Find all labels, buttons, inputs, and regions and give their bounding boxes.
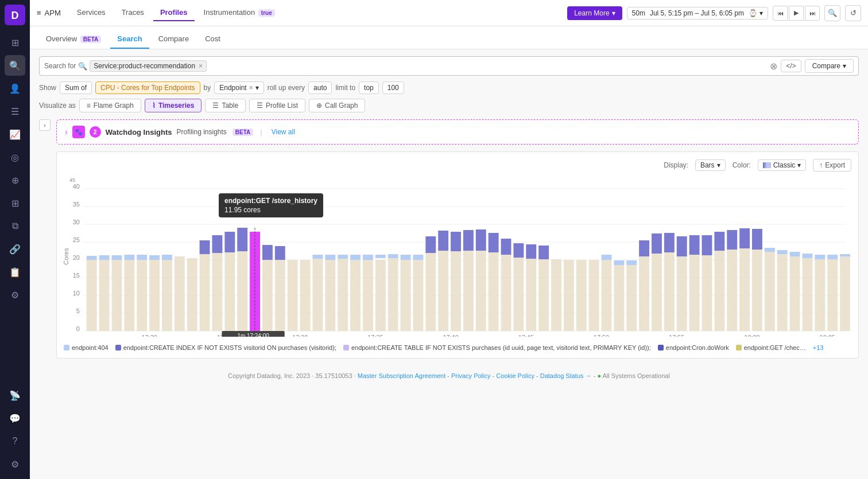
svg-rect-49: [413, 260, 423, 331]
svg-text:18:05: 18:05: [820, 334, 835, 337]
brand-apm[interactable]: ≡ APM: [37, 9, 61, 17]
svg-rect-87: [237, 228, 247, 251]
sidebar-icon-target[interactable]: ⊕: [5, 170, 25, 190]
search-tag[interactable]: Service:product-recommendation ×: [90, 60, 207, 72]
svg-rect-59: [538, 259, 549, 331]
app-logo[interactable]: D: [5, 5, 25, 25]
flame-graph-button[interactable]: ≡ Flame Graph: [79, 99, 141, 112]
svg-text:18:00: 18:00: [744, 334, 760, 337]
svg-rect-33: [212, 253, 222, 331]
watchdog-title: Watchdog Insights: [106, 128, 172, 137]
svg-rect-41: [312, 259, 323, 331]
sidebar-icon-radio[interactable]: 📡: [5, 385, 25, 406]
color-value-selector[interactable]: Classic ▾: [758, 159, 807, 171]
limit-count-filter[interactable]: 100: [382, 81, 404, 94]
svg-rect-43: [338, 259, 348, 331]
watchdog-insights-section[interactable]: › 🐾 2 Watchdog Insights Profiling insigh…: [56, 119, 859, 145]
sidebar-icon-sliders[interactable]: ⧉: [5, 216, 25, 236]
timeseries-chart[interactable]: 0 5 10 15 20 25 30 35 40 45 Cores: [64, 176, 851, 337]
code-view-button[interactable]: </>: [781, 60, 801, 72]
nav-instrumentation[interactable]: Instrumentation true: [197, 5, 282, 21]
svg-rect-131: [777, 250, 788, 254]
refresh-button[interactable]: ↺: [845, 5, 861, 21]
export-button[interactable]: ↑ Export: [813, 159, 851, 172]
sidebar-icon-chat[interactable]: 💬: [5, 408, 25, 429]
table-button[interactable]: ☰ Table: [205, 99, 246, 112]
nav-services[interactable]: Services: [70, 5, 113, 21]
subtab-cost[interactable]: Cost: [198, 30, 227, 49]
legend-item-more[interactable]: +13: [813, 344, 824, 351]
sidebar-icon-chart[interactable]: 📈: [5, 124, 25, 145]
limit-label: limit to: [335, 84, 355, 92]
svg-text:17:20: 17:20: [141, 334, 157, 337]
watchdog-view-all-link[interactable]: View all: [272, 128, 295, 136]
svg-rect-102: [664, 233, 675, 252]
compare-button[interactable]: Compare ▾: [805, 59, 854, 73]
metric-filter[interactable]: CPU - Cores for Top Endpoints: [95, 81, 200, 94]
svg-text:5: 5: [76, 307, 80, 314]
group-by-close-icon[interactable]: ×: [249, 84, 253, 92]
search-tag-close-icon[interactable]: ×: [199, 62, 203, 70]
sidebar-icon-clipboard[interactable]: 📋: [5, 262, 25, 282]
sidebar-icon-user[interactable]: 👤: [5, 78, 25, 99]
search-magnify-button[interactable]: 🔍: [824, 5, 840, 21]
svg-rect-129: [626, 260, 637, 265]
footer-cookie-link[interactable]: Cookie Policy: [496, 372, 534, 379]
search-bar: Search for 🔍 Service:product-recommendat…: [39, 56, 859, 76]
search-for-label: Search for: [44, 62, 76, 70]
svg-rect-103: [677, 236, 687, 256]
time-range-display: Jul 5, 5:15 pm – Jul 5, 6:05 pm: [650, 9, 744, 17]
time-range-selector[interactable]: 50m Jul 5, 5:15 pm – Jul 5, 6:05 pm ⌚ ▾: [627, 7, 768, 20]
profile-list-button[interactable]: ☰ Profile List: [249, 99, 305, 112]
footer-status-link[interactable]: Datadog Status →: [540, 372, 592, 379]
svg-text:25: 25: [73, 236, 80, 243]
sidebar-icon-apm[interactable]: ⊞: [5, 32, 25, 53]
sidebar-icon-settings[interactable]: ⚙: [5, 285, 25, 305]
time-nav-prev[interactable]: ▶: [789, 6, 804, 21]
time-nav-next[interactable]: ⏭: [805, 6, 820, 21]
sidebar-icon-link[interactable]: 🔗: [5, 239, 25, 259]
subtab-compare[interactable]: Compare: [152, 30, 196, 49]
watchdog-collapse-icon[interactable]: ›: [65, 127, 68, 137]
svg-rect-52: [451, 251, 461, 331]
subtab-search[interactable]: Search: [110, 30, 149, 49]
sidebar-icon-help[interactable]: ?: [5, 431, 25, 451]
svg-rect-64: [602, 260, 612, 331]
svg-rect-50: [425, 253, 436, 331]
timeseries-button[interactable]: ⌇ Timeseries: [145, 99, 202, 112]
svg-text:17:40: 17:40: [443, 334, 458, 337]
sidebar-icon-circles[interactable]: ◎: [5, 147, 25, 168]
sidebar-icon-list[interactable]: ☰: [5, 101, 25, 122]
roll-up-filter[interactable]: auto: [308, 81, 332, 94]
limit-value-filter[interactable]: top: [359, 81, 379, 94]
sidebar-icon-search[interactable]: 🔍: [5, 55, 25, 76]
sidebar-icon-gear[interactable]: ⚙: [5, 454, 25, 474]
footer-text: Copyright Datadog, Inc. 2023 · 35.175100…: [228, 372, 358, 379]
svg-rect-39: [288, 260, 298, 331]
call-graph-button[interactable]: ⊕ Call Graph: [309, 99, 365, 112]
svg-rect-89: [275, 246, 285, 260]
svg-rect-124: [388, 254, 398, 258]
subtab-overview[interactable]: Overview BETA: [39, 30, 108, 49]
watchdog-icon: 🐾: [72, 126, 85, 138]
svg-rect-24: [99, 260, 110, 331]
nav-profiles[interactable]: Profiles: [153, 5, 195, 21]
svg-text:17:35: 17:35: [367, 334, 383, 337]
search-icon: 🔍: [78, 62, 87, 71]
time-nav-prev-prev[interactable]: ⏮: [773, 6, 788, 21]
footer-msa-link[interactable]: Master Subscription Agreement: [358, 372, 445, 379]
group-by-filter[interactable]: Endpoint × ▾: [214, 81, 264, 94]
footer-privacy-link[interactable]: Privacy Policy: [451, 372, 490, 379]
learn-more-button[interactable]: Learn More ▾: [567, 6, 622, 20]
svg-rect-108: [739, 228, 750, 248]
sum-of-filter[interactable]: Sum of: [60, 81, 92, 94]
svg-rect-55: [489, 252, 499, 331]
sidebar-icon-puzzle[interactable]: ⊞: [5, 193, 25, 213]
time-nav-controls: ⏮ ▶ ⏭: [773, 6, 820, 21]
sidebar: D ⊞ 🔍 👤 ☰ 📈 ◎ ⊕ ⊞ ⧉ 🔗 📋 ⚙ 📡 💬 ? ⚙: [0, 0, 30, 479]
nav-traces[interactable]: Traces: [115, 5, 151, 21]
watchdog-paw-icon: 🐾: [75, 128, 83, 136]
collapse-panel-button[interactable]: ›: [39, 119, 51, 131]
clear-search-button[interactable]: ⊗: [770, 61, 777, 72]
display-value-selector[interactable]: Bars ▾: [695, 159, 726, 171]
